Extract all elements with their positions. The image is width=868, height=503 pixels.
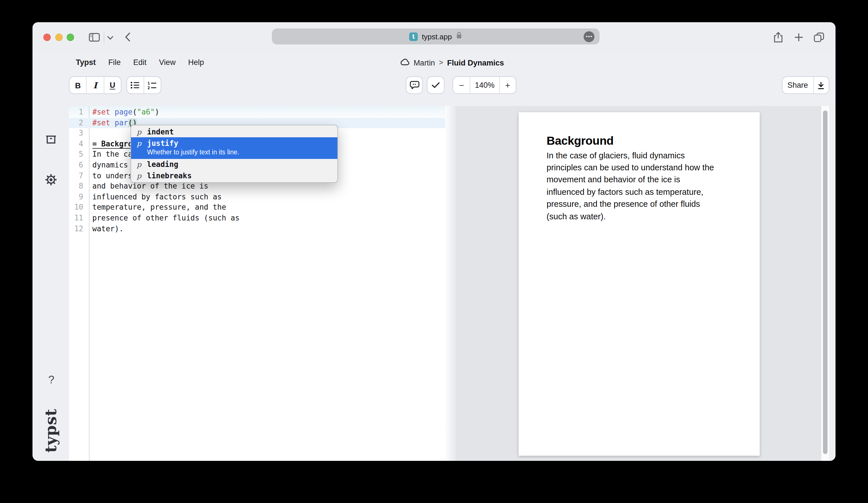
site-favicon: t bbox=[409, 32, 418, 41]
line-number: 9 bbox=[69, 192, 83, 202]
underline-button[interactable]: U bbox=[103, 77, 121, 93]
menu-bar: TypstFileEditViewHelp bbox=[76, 58, 204, 67]
preview-text-line: principles can be used to understand how… bbox=[547, 162, 760, 174]
preview-page: Background In the case of glaciers, flui… bbox=[519, 112, 760, 455]
url-text: typst.app bbox=[422, 32, 452, 41]
zoom-window-button[interactable] bbox=[67, 34, 74, 41]
share-button[interactable]: Share bbox=[782, 77, 813, 93]
document-title[interactable]: Fluid Dynamics bbox=[447, 59, 504, 67]
settings-gear-icon[interactable] bbox=[45, 174, 57, 186]
chevron-down-icon[interactable] bbox=[107, 36, 113, 40]
new-tab-icon[interactable] bbox=[795, 33, 803, 42]
download-icon bbox=[817, 81, 825, 89]
preview-text-line: movement and behavior of the ice is bbox=[547, 174, 760, 186]
typst-logo: typst bbox=[42, 405, 60, 457]
autocomplete-item-indent[interactable]: pindent bbox=[131, 126, 338, 137]
line-number: 7 bbox=[69, 171, 83, 181]
menu-item-typst[interactable]: Typst bbox=[76, 58, 96, 67]
safari-window: t typst.app TypstFileEditViewHelp bbox=[32, 22, 836, 461]
preview-heading: Background bbox=[547, 134, 760, 147]
app-grid-icon[interactable] bbox=[45, 73, 57, 85]
screen: t typst.app TypstFileEditViewHelp bbox=[0, 0, 868, 503]
preview-text-line: In the case of glaciers, fluid dynamics bbox=[547, 149, 760, 162]
bold-button[interactable]: B bbox=[70, 77, 86, 93]
chrome-divider bbox=[104, 32, 104, 43]
breadcrumb-separator: > bbox=[439, 59, 443, 66]
sidebar-toggle-icon[interactable] bbox=[89, 33, 100, 42]
checkmark-icon bbox=[432, 82, 440, 88]
zoom-control-group: − 140% + bbox=[453, 76, 516, 94]
line-number: 12 bbox=[69, 223, 83, 234]
line-number: 11 bbox=[69, 213, 83, 223]
svg-text:2: 2 bbox=[148, 85, 150, 89]
comment-icon bbox=[410, 81, 419, 90]
window-edge-strip bbox=[829, 106, 836, 461]
line-number: 3 bbox=[69, 128, 83, 139]
breadcrumb: Martin > Fluid Dynamics bbox=[361, 57, 543, 68]
code-line-9: 9influenced by factors such as bbox=[69, 192, 445, 202]
autocomplete-item-linebreaks[interactable]: plinebreaks bbox=[131, 170, 338, 181]
preview-pane: Background In the case of glaciers, flui… bbox=[456, 106, 821, 461]
zoom-in-button[interactable]: + bbox=[499, 77, 516, 93]
lock-icon bbox=[456, 31, 462, 42]
tab-overview-icon[interactable] bbox=[814, 32, 824, 42]
line-number: 5 bbox=[69, 149, 83, 160]
autocomplete-item-justify[interactable]: pjustifyWhether to justify text in its l… bbox=[131, 137, 338, 159]
browser-chrome: t typst.app bbox=[32, 22, 836, 53]
preview-text-line: (such as water). bbox=[547, 210, 760, 223]
share-page-icon[interactable] bbox=[773, 32, 783, 43]
code-line-10: 10temperature, pressure, and the bbox=[69, 202, 445, 213]
comments-button[interactable] bbox=[406, 76, 423, 94]
line-number: 8 bbox=[69, 181, 83, 192]
close-window-button[interactable] bbox=[43, 34, 51, 41]
preview-scrollbar-thumb[interactable] bbox=[823, 110, 828, 454]
bullet-list-button[interactable] bbox=[127, 77, 143, 93]
url-bar[interactable]: t typst.app bbox=[272, 29, 600, 44]
bullet-list-icon bbox=[131, 82, 140, 89]
pane-splitter[interactable] bbox=[445, 106, 456, 461]
menu-item-view[interactable]: View bbox=[159, 58, 176, 67]
line-number: 10 bbox=[69, 202, 83, 213]
italic-button[interactable]: I bbox=[86, 77, 104, 93]
preview-scrollbar-track bbox=[821, 106, 829, 461]
svg-text:1: 1 bbox=[148, 81, 150, 85]
text-style-group: B I U bbox=[69, 76, 121, 94]
breadcrumb-project[interactable]: Martin bbox=[413, 59, 435, 67]
line-number: 1 bbox=[69, 107, 83, 118]
back-icon[interactable] bbox=[125, 32, 131, 42]
page-settings-ellipsis-button[interactable] bbox=[583, 31, 595, 42]
numbered-list-icon: 12 bbox=[148, 81, 157, 89]
help-button[interactable]: ? bbox=[45, 373, 57, 387]
code-line-11: 11presence of other fluids (such as bbox=[69, 213, 445, 223]
numbered-list-button[interactable]: 12 bbox=[143, 77, 161, 93]
line-number: 4 bbox=[69, 139, 83, 149]
saved-status-button[interactable] bbox=[427, 76, 445, 94]
line-number: 6 bbox=[69, 160, 83, 171]
autocomplete-item-leading[interactable]: pleading bbox=[131, 159, 338, 170]
zoom-out-button[interactable]: − bbox=[453, 77, 470, 93]
zoom-level[interactable]: 140% bbox=[470, 77, 499, 93]
list-group: 12 bbox=[126, 76, 161, 94]
code-line-12: 12water). bbox=[69, 223, 445, 234]
menu-item-edit[interactable]: Edit bbox=[133, 58, 147, 67]
code-line-1: 1#set page("a6") bbox=[69, 107, 445, 118]
menu-item-help[interactable]: Help bbox=[188, 58, 204, 67]
files-panel-icon[interactable] bbox=[45, 135, 56, 144]
line-number: 2 bbox=[69, 118, 83, 128]
minimize-window-button[interactable] bbox=[55, 34, 62, 41]
preview-text-line: influenced by factors such as temperatur… bbox=[547, 186, 760, 198]
autocomplete-popup: pindentpjustifyWhether to justify text i… bbox=[131, 125, 338, 183]
preview-text-line: pressure, and the presence of other flui… bbox=[547, 198, 760, 210]
cloud-icon bbox=[400, 57, 410, 68]
download-button[interactable] bbox=[813, 77, 828, 93]
share-group: Share bbox=[782, 76, 829, 94]
menu-item-file[interactable]: File bbox=[108, 58, 121, 67]
preview-paragraph: In the case of glaciers, fluid dynamicsp… bbox=[519, 149, 760, 223]
